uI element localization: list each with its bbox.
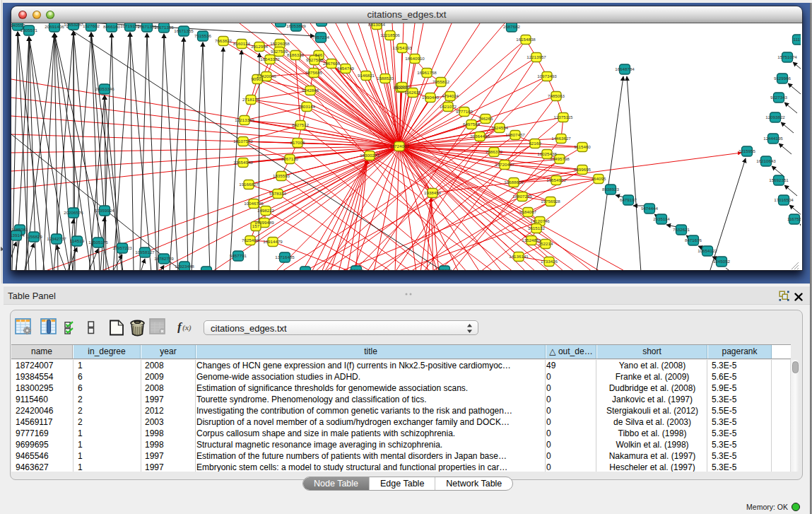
- svg-text:16107552: 16107552: [233, 139, 253, 144]
- svg-text:10688609: 10688609: [504, 180, 524, 185]
- svg-text:9327508: 9327508: [306, 57, 324, 62]
- svg-text:18724007: 18724007: [389, 144, 409, 148]
- svg-text:9245052: 9245052: [713, 259, 731, 264]
- svg-text:12213369: 12213369: [235, 117, 254, 122]
- svg-text:1292344: 1292344: [198, 269, 216, 270]
- svg-text:7857234: 7857234: [312, 35, 330, 40]
- svg-text:12213957: 12213957: [526, 54, 546, 59]
- svg-text:5578334: 5578334: [269, 191, 287, 196]
- svg-text:8454749: 8454749: [337, 66, 355, 71]
- svg-text:129234: 129234: [437, 268, 452, 270]
- svg-text:10958127: 10958127: [135, 250, 155, 255]
- svg-text:9242848: 9242848: [302, 88, 319, 93]
- svg-text:15751074: 15751074: [777, 54, 797, 59]
- svg-text:2305571: 2305571: [20, 28, 38, 33]
- svg-text:8938923: 8938923: [602, 187, 620, 192]
- svg-text:8186328: 8186328: [287, 52, 305, 57]
- svg-text:20206576: 20206576: [64, 210, 83, 215]
- svg-text:12444195: 12444195: [763, 136, 783, 141]
- svg-text:14136141: 14136141: [509, 254, 529, 259]
- svg-text:18640910: 18640910: [405, 56, 425, 61]
- svg-text:9457791: 9457791: [230, 253, 247, 258]
- svg-text:746266: 746266: [478, 116, 493, 121]
- svg-text:15692351: 15692351: [769, 177, 789, 182]
- svg-text:16671355: 16671355: [154, 25, 174, 30]
- svg-text:164095: 164095: [592, 176, 606, 181]
- svg-text:16053809: 16053809: [286, 23, 306, 28]
- svg-text:9327509: 9327509: [271, 49, 288, 54]
- svg-text:12375115: 12375115: [553, 115, 573, 119]
- svg-text:9184067: 9184067: [519, 209, 537, 214]
- svg-text:9777169: 9777169: [456, 109, 473, 114]
- svg-text:20364436: 20364436: [470, 134, 490, 139]
- svg-text:14120746: 14120746: [530, 218, 550, 223]
- svg-text:10025438: 10025438: [537, 151, 557, 156]
- svg-text:18300273: 18300273: [360, 153, 379, 158]
- svg-text:1733426: 1733426: [541, 259, 558, 264]
- svg-text:817006: 817006: [290, 140, 305, 145]
- svg-text:1621072: 1621072: [440, 104, 457, 109]
- svg-text:16671355: 16671355: [174, 28, 194, 33]
- svg-text:129234: 129234: [298, 269, 313, 270]
- svg-text:10654122: 10654122: [698, 248, 717, 253]
- svg-text:12342737: 12342737: [47, 236, 66, 241]
- svg-text:7625402: 7625402: [242, 238, 259, 243]
- svg-text:7632621: 7632621: [673, 227, 690, 232]
- svg-text:13654948: 13654948: [233, 160, 253, 165]
- svg-text:2718176: 2718176: [242, 97, 260, 102]
- svg-text:19654923: 19654923: [546, 177, 566, 182]
- svg-text:1498222: 1498222: [257, 208, 275, 213]
- svg-text:17957223: 17957223: [112, 245, 132, 250]
- svg-text:6699695: 6699695: [574, 167, 592, 172]
- svg-text:2803144: 2803144: [298, 104, 316, 109]
- svg-text:12218506: 12218506: [380, 33, 400, 37]
- svg-text:90901: 90901: [251, 76, 264, 81]
- svg-text:7515536: 7515536: [194, 33, 212, 38]
- svg-text:6497568: 6497568: [463, 122, 481, 127]
- svg-text:10653287: 10653287: [64, 23, 83, 27]
- svg-text:62160: 62160: [529, 141, 541, 146]
- svg-text:16543382: 16543382: [260, 57, 280, 62]
- svg-text:114519: 114519: [70, 238, 85, 243]
- svg-text:20053346: 20053346: [95, 86, 114, 91]
- svg-text:3875685: 3875685: [305, 70, 323, 75]
- svg-text:17016504: 17016504: [774, 197, 794, 202]
- svg-text:1938454: 1938454: [424, 190, 442, 195]
- svg-text:1185081: 1185081: [11, 227, 28, 232]
- svg-text:1527602: 1527602: [83, 23, 100, 28]
- svg-text:8267130: 8267130: [281, 156, 299, 161]
- svg-text:9115460: 9115460: [574, 144, 591, 149]
- svg-text:546: 546: [315, 52, 323, 57]
- svg-text:13254193: 13254193: [392, 45, 412, 50]
- svg-text:129234: 129234: [349, 268, 364, 270]
- svg-text:8466160: 8466160: [103, 24, 121, 29]
- svg-text:16961758: 16961758: [417, 70, 437, 75]
- svg-text:15226058: 15226058: [270, 41, 290, 46]
- svg-text:10807457: 10807457: [505, 132, 525, 137]
- svg-text:13716485: 13716485: [275, 255, 295, 259]
- svg-text:8427512: 8427512: [292, 122, 310, 127]
- svg-text:1835593: 1835593: [273, 173, 290, 178]
- svg-text:1117: 1117: [794, 37, 801, 42]
- svg-text:1156829: 1156829: [25, 234, 42, 239]
- svg-text:116753: 116753: [787, 216, 801, 221]
- svg-text:15720407: 15720407: [495, 162, 514, 167]
- svg-text:6479197: 6479197: [620, 197, 637, 202]
- svg-text:1615132: 1615132: [528, 226, 546, 230]
- svg-text:1588520: 1588520: [377, 76, 394, 81]
- svg-text:1162635: 1162635: [404, 90, 421, 95]
- svg-text:2867608: 2867608: [323, 61, 341, 66]
- svg-text:7663822: 7663822: [215, 38, 233, 43]
- svg-text:19166827: 19166827: [239, 182, 259, 187]
- svg-text:3912954: 3912954: [251, 44, 269, 49]
- svg-text:2687682: 2687682: [503, 24, 521, 29]
- svg-text:8471676: 8471676: [685, 238, 702, 243]
- svg-text:7955812: 7955812: [433, 79, 450, 84]
- svg-text:2386372: 2386372: [486, 149, 503, 154]
- svg-text:10046786: 10046786: [244, 201, 264, 206]
- svg-text:19756928: 19756928: [541, 199, 560, 204]
- svg-text:17359924: 17359924: [95, 208, 114, 213]
- svg-text:10782759: 10782759: [154, 256, 174, 261]
- svg-text:9227343: 9227343: [770, 95, 788, 100]
- svg-text:8813054: 8813054: [368, 23, 386, 27]
